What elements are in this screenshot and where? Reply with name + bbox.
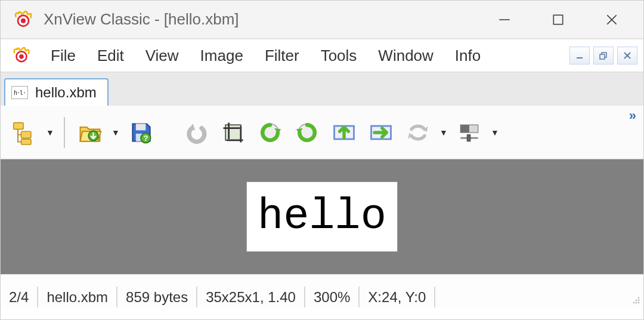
svg-text:?: ?: [143, 133, 148, 142]
browse-tree-dropdown[interactable]: ▼: [45, 116, 55, 149]
refresh-button[interactable]: [401, 116, 435, 149]
rotate-ccw-button[interactable]: [253, 116, 287, 149]
svg-rect-13: [21, 139, 32, 144]
minimize-button[interactable]: [478, 1, 531, 39]
svg-rect-15: [136, 124, 146, 130]
open-dropdown[interactable]: ▼: [110, 116, 121, 149]
svg-rect-8: [600, 54, 605, 59]
browse-tree-icon: [11, 119, 38, 146]
titlebar: XnView Classic - [hello.xbm]: [1, 1, 643, 39]
refresh-dropdown[interactable]: ▼: [438, 116, 449, 149]
statusbar: 2/4 hello.xbm 859 bytes 35x25x1, 1.40 30…: [1, 274, 643, 307]
crop-icon: [220, 119, 246, 146]
tab-thumbnail-icon: h·l·: [11, 86, 28, 99]
rotate-cw-button[interactable]: [290, 116, 324, 149]
app-logo-icon: [11, 45, 32, 66]
mdi-minimize-button[interactable]: [569, 47, 590, 64]
undo-icon: [183, 119, 209, 146]
svg-rect-3: [553, 15, 562, 24]
menu-info[interactable]: Info: [444, 44, 491, 67]
refresh-icon: [405, 119, 431, 146]
image-content: hello: [258, 195, 386, 238]
image-frame: hello: [246, 181, 398, 252]
arrow-up-frame-icon: [331, 119, 357, 146]
status-cursor: X:24, Y:0: [360, 287, 435, 307]
browse-tree-button[interactable]: [8, 116, 41, 149]
tab-label: hello.xbm: [35, 84, 97, 101]
status-filename: hello.xbm: [38, 287, 117, 307]
tab-active[interactable]: h·l· hello.xbm: [4, 78, 109, 106]
menu-edit[interactable]: Edit: [86, 44, 135, 67]
open-button[interactable]: [73, 116, 107, 149]
undo-button[interactable]: [179, 116, 213, 149]
svg-rect-25: [460, 125, 469, 133]
toolbar-overflow-icon[interactable]: »: [629, 108, 635, 124]
save-button[interactable]: ?: [125, 116, 158, 149]
svg-point-32: [636, 302, 637, 304]
maximize-button[interactable]: [531, 1, 585, 39]
crop-button[interactable]: [216, 116, 250, 149]
save-icon: ?: [128, 119, 154, 146]
menu-filter[interactable]: Filter: [254, 44, 310, 67]
svg-point-29: [636, 300, 637, 301]
rotate-ccw-icon: [257, 119, 283, 146]
adjust-button[interactable]: [453, 116, 486, 149]
image-canvas[interactable]: hello: [1, 159, 643, 274]
menu-file[interactable]: File: [40, 44, 86, 67]
open-folder-icon: [77, 119, 103, 146]
adjust-dropdown[interactable]: ▼: [490, 116, 500, 149]
status-dimensions: 35x25x1, 1.40: [197, 287, 305, 307]
svg-point-28: [638, 297, 640, 299]
menu-tools[interactable]: Tools: [310, 44, 368, 67]
svg-rect-11: [14, 122, 23, 129]
previous-image-button[interactable]: [327, 116, 361, 149]
window-title: XnView Classic - [hello.xbm]: [44, 10, 239, 29]
svg-point-31: [633, 302, 635, 304]
menu-window[interactable]: Window: [367, 44, 444, 67]
status-index: 2/4: [1, 287, 38, 307]
menu-image[interactable]: Image: [190, 44, 254, 67]
svg-rect-12: [21, 131, 32, 138]
svg-point-30: [638, 300, 640, 301]
menu-view[interactable]: View: [135, 44, 190, 67]
menubar: File Edit View Image Filter Tools Window…: [1, 39, 643, 72]
resize-grip-icon[interactable]: [627, 287, 643, 307]
toolbar-separator: [64, 117, 65, 148]
mdi-close-button[interactable]: [617, 47, 637, 64]
rotate-cw-icon: [294, 119, 320, 146]
close-button[interactable]: [585, 1, 639, 39]
arrow-right-frame-icon: [368, 119, 394, 146]
tabbar: h·l· hello.xbm: [1, 72, 643, 106]
mdi-restore-button[interactable]: [593, 47, 614, 64]
status-filesize: 859 bytes: [117, 287, 197, 307]
svg-rect-27: [467, 134, 470, 141]
status-zoom: 300%: [305, 287, 360, 307]
next-image-button[interactable]: [364, 116, 398, 149]
svg-point-33: [638, 302, 640, 304]
svg-rect-19: [225, 125, 241, 140]
toolbar: ▼ ▼ ?: [1, 106, 643, 159]
slider-icon: [456, 119, 482, 146]
app-logo-icon: [13, 9, 34, 30]
